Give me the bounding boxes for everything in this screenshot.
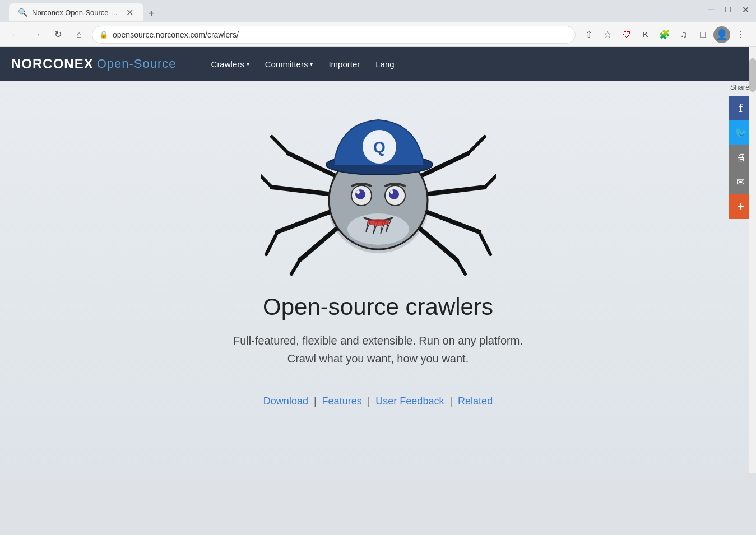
active-tab[interactable]: 🔍 Norconex Open-Source Crawlers ✕ bbox=[9, 3, 143, 21]
hero-title: Open-source crawlers bbox=[263, 294, 493, 320]
email-icon: ✉ bbox=[736, 176, 745, 188]
svg-point-21 bbox=[355, 189, 365, 199]
reload-button[interactable]: ↻ bbox=[49, 26, 66, 43]
nav-importer[interactable]: Importer bbox=[322, 55, 367, 73]
address-bar[interactable]: 🔒 opensource.norconex.com/crawlers/ bbox=[92, 26, 576, 44]
spider-illustration: Q bbox=[261, 103, 496, 282]
new-tab-button[interactable]: + bbox=[143, 6, 159, 21]
logo-norconex: NORCONEX bbox=[11, 56, 94, 72]
tab-bar: 🔍 Norconex Open-Source Crawlers ✕ + bbox=[4, 1, 164, 21]
back-button[interactable]: ← bbox=[7, 26, 24, 43]
svg-line-4 bbox=[272, 137, 289, 153]
music-note-icon[interactable]: ♫ bbox=[675, 26, 692, 43]
nav-menu: Crawlers ▾ Committers ▾ Importer Lang bbox=[205, 55, 401, 73]
extension-k-icon[interactable]: K bbox=[637, 26, 654, 43]
separator-3: | bbox=[449, 396, 452, 407]
features-link[interactable]: Features bbox=[322, 396, 362, 407]
hero-section: Q Open-source crawlers Full-featured, fl… bbox=[0, 81, 756, 473]
close-button[interactable]: ✕ bbox=[742, 4, 749, 15]
spider-svg: Q bbox=[261, 109, 496, 277]
window-controls: ─ □ ✕ bbox=[708, 4, 749, 15]
svg-line-5 bbox=[261, 170, 272, 187]
nav-lang[interactable]: Lang bbox=[369, 55, 401, 73]
menu-button[interactable]: ⋮ bbox=[732, 26, 749, 43]
svg-line-15 bbox=[457, 260, 465, 274]
committers-dropdown-arrow: ▾ bbox=[310, 61, 313, 67]
minimize-button[interactable]: ─ bbox=[708, 4, 714, 15]
lock-icon: 🔒 bbox=[99, 30, 108, 39]
forward-button[interactable]: → bbox=[28, 26, 45, 43]
crawlers-dropdown-arrow: ▾ bbox=[247, 61, 249, 67]
nav-committers[interactable]: Committers ▾ bbox=[258, 55, 320, 73]
home-button[interactable]: ⌂ bbox=[71, 26, 87, 43]
scrollbar[interactable] bbox=[749, 47, 756, 473]
related-link[interactable]: Related bbox=[458, 396, 493, 407]
share-page-icon[interactable]: ⇧ bbox=[580, 26, 597, 43]
svg-line-13 bbox=[485, 170, 496, 187]
user-feedback-link[interactable]: User Feedback bbox=[375, 396, 444, 407]
svg-point-18 bbox=[347, 213, 409, 245]
nav-crawlers[interactable]: Crawlers ▾ bbox=[205, 55, 256, 73]
extensions-icon[interactable]: 🧩 bbox=[656, 26, 673, 43]
profile-avatar[interactable]: 👤 bbox=[713, 26, 730, 43]
svg-point-29 bbox=[367, 219, 389, 226]
hero-links: Download | Features | User Feedback | Re… bbox=[263, 396, 493, 407]
site-navigation: NORCONEX Open-Source Crawlers ▾ Committe… bbox=[0, 47, 756, 81]
extension-shield-icon[interactable]: 🛡 bbox=[618, 26, 635, 43]
tab-title: Norconex Open-Source Crawlers bbox=[32, 8, 120, 17]
tab-favicon: 🔍 bbox=[18, 8, 27, 17]
logo-opensource: Open-Source bbox=[97, 57, 177, 71]
svg-line-6 bbox=[266, 232, 277, 254]
facebook-icon: f bbox=[739, 102, 743, 115]
svg-line-12 bbox=[468, 137, 485, 153]
browser-window: 🔍 Norconex Open-Source Crawlers ✕ + ─ □ … bbox=[0, 0, 756, 535]
nav-bar: ← → ↻ ⌂ 🔒 opensource.norconex.com/crawle… bbox=[0, 22, 756, 47]
svg-point-22 bbox=[389, 189, 399, 199]
restore-button[interactable]: □ bbox=[725, 4, 731, 15]
hero-subtitle-line2: Crawl what you want, how you want. bbox=[233, 350, 523, 367]
hero-subtitle-line1: Full-featured, flexible and extensible. … bbox=[233, 332, 523, 350]
separator-1: | bbox=[314, 396, 317, 407]
twitter-icon: 🐦 bbox=[735, 127, 747, 139]
svg-line-7 bbox=[291, 260, 300, 274]
nav-right-icons: ⇧ ☆ 🛡 K 🧩 ♫ □ 👤 ⋮ bbox=[580, 26, 749, 43]
download-link[interactable]: Download bbox=[263, 396, 308, 407]
svg-point-23 bbox=[356, 190, 360, 194]
svg-line-14 bbox=[479, 232, 490, 254]
website-content: NORCONEX Open-Source Crawlers ▾ Committe… bbox=[0, 47, 756, 473]
separator-2: | bbox=[368, 396, 370, 407]
hero-subtitle: Full-featured, flexible and extensible. … bbox=[233, 332, 523, 367]
svg-point-24 bbox=[390, 190, 393, 194]
more-icon: + bbox=[737, 199, 744, 214]
bookmark-icon[interactable]: ☆ bbox=[599, 26, 616, 43]
tab-close-button[interactable]: ✕ bbox=[124, 7, 134, 17]
scrollbar-thumb[interactable] bbox=[749, 58, 756, 92]
print-icon: 🖨 bbox=[736, 152, 746, 164]
url-display: opensource.norconex.com/crawlers/ bbox=[113, 30, 568, 39]
title-bar: 🔍 Norconex Open-Source Crawlers ✕ + ─ □ … bbox=[0, 0, 756, 22]
site-logo[interactable]: NORCONEX Open-Source bbox=[11, 56, 177, 72]
split-view-icon[interactable]: □ bbox=[694, 26, 711, 43]
